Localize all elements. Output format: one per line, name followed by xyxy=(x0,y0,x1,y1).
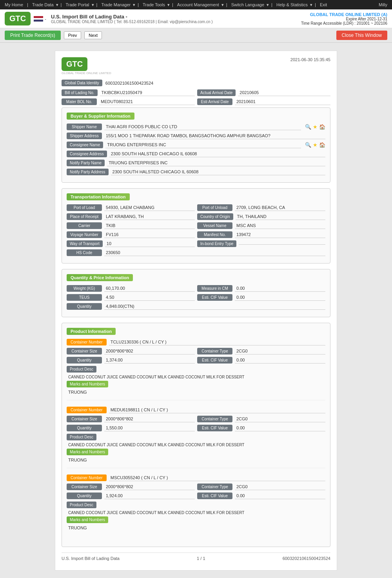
top-right-company: GLOBAL TRADE ONLINE LIMITED (A) xyxy=(301,12,387,17)
product-desc-value-0: CANNED COCONUT JUICE CANNED COCONUT MILK… xyxy=(68,375,325,379)
carrier-label: Carrier xyxy=(67,222,102,229)
port-load-unload-row: Port of Load 54930, LAEM CHABANG Port of… xyxy=(67,204,325,211)
star-icon[interactable]: ★ xyxy=(313,124,318,130)
product-desc-value-2: CANNED COCONUT JUICE CANNED COCONUT MILK… xyxy=(68,511,325,515)
container-block-0: Container Number TCLU2130336 ( CN / L / … xyxy=(67,339,325,400)
country-origin-half: Country of Origin TH, THAILAND xyxy=(197,213,325,220)
nav-trade-portal[interactable]: Trade Portal xyxy=(64,2,91,8)
container-num-row-2: Container Number MSCU3055240 ( CN / L / … xyxy=(67,474,325,481)
consignee-name-value: TRUONG ENTERPRISES INC xyxy=(105,142,301,148)
nav-trade-manager[interactable]: Trade Manager xyxy=(100,2,132,8)
flag-area: - U.S. Import Bill of Lading Data - GLOB… xyxy=(34,14,212,24)
marks-value-2: TRUONG xyxy=(68,525,325,530)
vessel-value: MSC ANS xyxy=(235,222,325,229)
quantity-label: Quantity xyxy=(67,303,102,310)
quantity-price-section: Quantity & Price Information Weight (KG)… xyxy=(62,269,330,317)
buyer-supplier-header: Buyer & Supplier Information xyxy=(67,113,134,120)
content-datetime: 2021-06-30 15:35:45 xyxy=(290,57,330,62)
container-size-half-2: Container Size 2000*806*802 xyxy=(67,483,195,490)
consignee-search-icon[interactable]: 🔍 xyxy=(305,142,311,148)
print-button[interactable]: Print Trade Record(s) xyxy=(5,31,61,40)
consignee-star-icon[interactable]: ★ xyxy=(313,142,318,148)
container-size-label-0: Container Size xyxy=(67,348,102,354)
voyage-manifest-row: Voyage Number FV116 Manifest No. 139472 xyxy=(67,231,325,238)
container-size-type-row-0: Container Size 2000*806*802 Container Ty… xyxy=(67,348,325,354)
product-desc-row-1: Product Desc xyxy=(67,434,325,440)
global-data-value: 60032021061500423524 xyxy=(105,81,153,85)
doc-footer-right: 60032021061500423524 xyxy=(283,556,330,561)
nav-exit[interactable]: Exit xyxy=(318,2,328,8)
nav-my-home[interactable]: My Home xyxy=(3,2,25,8)
voyage-half: Voyage Number FV116 xyxy=(67,231,195,238)
logo-text: GTC xyxy=(9,14,26,23)
time-range-label: Time Range Accessible (LDR) : 201001 ~ 2… xyxy=(301,21,387,25)
logo-box: GTC xyxy=(5,12,31,25)
esti-cif-half: Esti. CIF Value 0.00 xyxy=(197,294,325,301)
buyer-supplier-section: Buyer & Supplier Information Shipper Nam… xyxy=(62,107,330,183)
nav-switch-language[interactable]: Switch Language xyxy=(230,2,266,8)
container-size-half-1: Container Size 2000*806*802 xyxy=(67,416,195,422)
container-type-half-2: Container Type 2CG0 xyxy=(197,483,325,490)
quantity-price-header: Quantity & Price Information xyxy=(67,274,133,281)
nav-trade-data[interactable]: Trade Data xyxy=(31,2,55,8)
way-transport-value: 10 xyxy=(105,240,195,247)
port-load-value: 54930, LAEM CHABANG xyxy=(104,204,195,211)
bol-label: Bill of Lading No. xyxy=(62,89,98,96)
flag-separator: - xyxy=(45,16,46,21)
container-cif-half-0: Esti. CIF Value 0.00 xyxy=(197,357,325,364)
marks-row-1: Marks and Numbers xyxy=(67,449,325,455)
expire-label: Expire After 2021-12-31 xyxy=(301,17,387,21)
inbond-value xyxy=(239,243,325,245)
product-info-section: Product Information Container Number TCL… xyxy=(62,323,330,547)
consignee-name-row: Consignee Name TRUONG ENTERPRISES INC 🔍 … xyxy=(67,142,325,148)
home-icon[interactable]: 🏠 xyxy=(319,124,325,130)
product-desc-label-2: Product Desc xyxy=(67,502,96,508)
transportation-header: Transportation Information xyxy=(67,193,130,200)
consignee-home-icon[interactable]: 🏠 xyxy=(319,142,325,148)
container-size-type-row-2: Container Size 2000*806*802 Container Ty… xyxy=(67,483,325,490)
close-button[interactable]: Close This Window xyxy=(336,31,387,40)
esti-arrival-half: Esti Arrival Date 20210601 xyxy=(197,98,330,105)
nav-separator: | xyxy=(225,2,229,8)
notify-address-label: Notify Party Address xyxy=(67,169,109,175)
doc-footer-left: U.S. Import Bill of Lading Data xyxy=(62,556,120,561)
actual-arrival-value: 20210605 xyxy=(238,89,330,96)
container-number-value-2: MSCU3055240 ( CN / L / CY ) xyxy=(109,474,325,481)
prev-button[interactable]: Prev xyxy=(64,31,82,39)
container-type-half-0: Container Type 2CG0 xyxy=(197,348,325,354)
container-num-row-0: Container Number TCLU2130336 ( CN / L / … xyxy=(67,339,325,345)
container-qty-label-2: Quantity xyxy=(67,493,102,499)
marks-label-0: Marks and Numbers xyxy=(67,381,108,387)
container-type-label-1: Container Type xyxy=(197,416,232,422)
bol-value: TKIBCBKU21050479 xyxy=(100,89,195,96)
esti-cif-label: Esti. CIF Value xyxy=(197,294,232,301)
master-bol-label: Mater BOL No. xyxy=(62,98,97,105)
nav-trade-tools[interactable]: Trade Tools xyxy=(141,2,167,8)
way-inbond-row: Way of Transport 10 In-bond Entry Type xyxy=(67,240,325,247)
product-desc-label-1: Product Desc xyxy=(67,434,96,440)
quantity-row: Quantity 4,848.00(CTN) xyxy=(67,303,325,310)
container-size-value-2: 2000*806*802 xyxy=(104,483,195,490)
main-content: GTC GLOBAL TRADE ONLINE LIMITED 2021-06-… xyxy=(55,51,337,571)
nav-account-management[interactable]: Account Management xyxy=(176,2,221,8)
nav-help[interactable]: Help & Statistics xyxy=(275,2,309,8)
measure-value: 0.00 xyxy=(235,285,325,292)
content-header: GTC GLOBAL TRADE ONLINE LIMITED 2021-06-… xyxy=(62,57,330,75)
place-receipt-country-row: Place of Receipt LAT KRABANG, TH Country… xyxy=(67,213,325,220)
carrier-vessel-row: Carrier TKIB Vessel Name MSC ANS xyxy=(67,222,325,229)
container-cif-value-0: 0.00 xyxy=(235,357,325,364)
container-qty-half-2: Quantity 1,924.00 xyxy=(67,493,195,499)
search-icon[interactable]: 🔍 xyxy=(305,124,311,130)
content-logo: GTC GLOBAL TRADE ONLINE LIMITED xyxy=(62,57,111,75)
teus-label: TEUS xyxy=(67,294,102,301)
port-load-label: Port of Load xyxy=(67,204,102,211)
marks-row-2: Marks and Numbers xyxy=(67,516,325,523)
next-button[interactable]: Next xyxy=(84,31,102,39)
container-number-value-0: TCLU2130336 ( CN / L / CY ) xyxy=(109,339,325,345)
manifest-label: Manifest No. xyxy=(197,231,232,238)
consignee-address-label: Consignee Address xyxy=(67,151,107,157)
container-size-type-row-1: Container Size 2000*806*802 Container Ty… xyxy=(67,416,325,422)
inbond-label: In-bond Entry Type xyxy=(197,240,236,247)
carrier-value: TKIB xyxy=(104,222,195,229)
container-type-label-0: Container Type xyxy=(197,348,232,354)
